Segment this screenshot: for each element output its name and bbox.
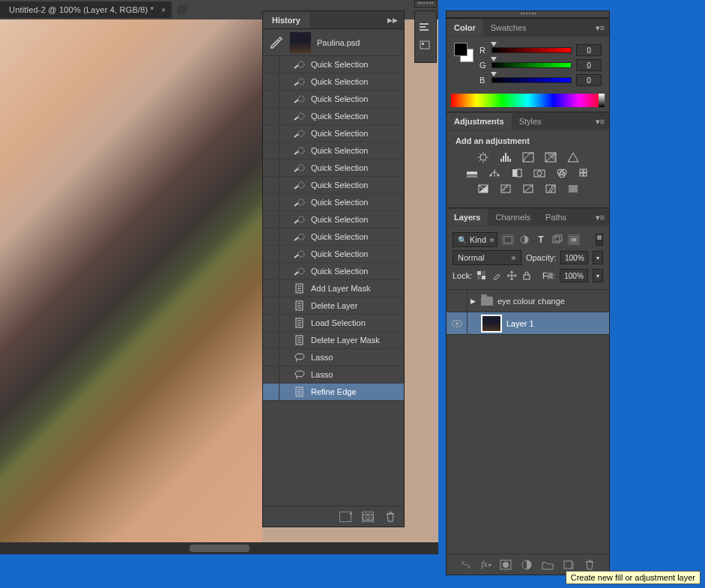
new-doc-from-state-icon[interactable]: + (339, 512, 351, 522)
filter-toggle-switch[interactable] (596, 234, 603, 246)
history-checkbox[interactable] (263, 228, 279, 245)
channels-tab[interactable]: Channels (488, 209, 537, 225)
scrollbar-thumb[interactable] (190, 545, 249, 552)
history-item[interactable]: Quick Selection (263, 160, 404, 177)
photo-filter-icon[interactable] (533, 167, 546, 179)
trash-icon[interactable] (584, 560, 596, 570)
history-checkbox[interactable] (263, 73, 279, 90)
history-item[interactable]: Quick Selection (263, 125, 404, 142)
history-checkbox[interactable] (263, 56, 279, 73)
color-value-input[interactable]: 0 (576, 59, 602, 71)
history-checkbox[interactable] (263, 177, 279, 193)
color-balance-icon[interactable] (488, 167, 501, 179)
history-checkbox[interactable] (263, 280, 279, 297)
color-value-input[interactable]: 0 (576, 74, 602, 86)
history-checkbox[interactable] (263, 246, 279, 262)
adjustments-tab[interactable]: Adjustments (447, 113, 512, 130)
add-mask-icon[interactable] (500, 560, 512, 570)
blend-mode-dropdown[interactable]: Normal≑ (453, 250, 521, 265)
history-checkbox[interactable] (263, 125, 279, 142)
styles-tab[interactable]: Styles (512, 113, 549, 130)
lock-position-icon[interactable] (506, 270, 517, 281)
history-checkbox[interactable] (263, 349, 279, 366)
history-item[interactable]: Load Selection (263, 315, 404, 332)
link-layers-icon[interactable] (460, 560, 472, 570)
expand-arrow-icon[interactable]: ▶ (468, 297, 476, 305)
history-item[interactable]: Quick Selection (263, 228, 404, 246)
filter-pixel-icon[interactable] (502, 234, 514, 245)
history-checkbox[interactable] (263, 384, 279, 400)
history-checkbox[interactable] (263, 297, 279, 314)
snapshot-icon[interactable] (362, 512, 374, 522)
history-item[interactable]: Quick Selection (263, 91, 404, 108)
history-checkbox[interactable] (263, 366, 279, 383)
history-checkbox[interactable] (263, 160, 279, 176)
layer-group-row[interactable]: ▶eye colour change (447, 290, 609, 312)
selective-color-icon[interactable] (566, 183, 580, 195)
horizontal-scrollbar[interactable] (0, 542, 438, 554)
tab-expand-icon[interactable] (178, 5, 187, 14)
history-item[interactable]: Quick Selection (263, 194, 404, 211)
paragraph-styles-icon[interactable] (419, 22, 432, 34)
trash-icon[interactable] (384, 512, 396, 522)
paths-tab[interactable]: Paths (538, 209, 574, 225)
filter-adjustment-icon[interactable] (518, 234, 530, 245)
fg-bg-swatch[interactable] (454, 43, 473, 62)
color-slider[interactable] (491, 77, 572, 83)
history-tab[interactable]: History (263, 12, 309, 28)
history-item[interactable]: Lasso (263, 366, 404, 384)
visibility-toggle[interactable] (447, 312, 468, 334)
document-tab[interactable]: Untitled-2 @ 100% (Layer 4, RGB/8) * × (0, 1, 172, 18)
history-item[interactable]: Quick Selection (263, 108, 404, 125)
filter-smart-icon[interactable] (568, 234, 580, 245)
history-checkbox[interactable] (263, 211, 279, 228)
history-checkbox[interactable] (263, 108, 279, 124)
foreground-color-swatch[interactable] (454, 43, 468, 56)
history-item[interactable]: Quick Selection (263, 211, 404, 228)
swatches-tab[interactable]: Swatches (483, 19, 534, 36)
history-checkbox[interactable] (263, 315, 279, 331)
history-checkbox[interactable] (263, 263, 279, 279)
new-group-icon[interactable] (542, 560, 554, 570)
history-item[interactable]: Quick Selection (263, 177, 404, 194)
opacity-value[interactable]: 100% (560, 251, 588, 264)
history-item[interactable]: Delete Layer (263, 297, 404, 315)
history-item[interactable]: Quick Selection (263, 246, 404, 263)
history-item[interactable]: Add Layer Mask (263, 280, 404, 297)
fill-dropdown-button[interactable]: ▾ (593, 269, 603, 282)
history-item[interactable]: Lasso (263, 349, 404, 366)
panel-menu-icon[interactable]: ▾≡ (591, 117, 609, 127)
right-stack-handle[interactable] (446, 10, 610, 18)
lock-transparency-icon[interactable] (476, 270, 487, 281)
spectrum-ramp[interactable] (451, 94, 605, 107)
layer-style-icon[interactable]: fx▾ (481, 559, 491, 570)
new-layer-icon[interactable] (563, 560, 575, 570)
color-value-input[interactable]: 0 (576, 44, 602, 56)
panel-menu-icon[interactable]: ▾≡ (591, 23, 609, 33)
invert-icon[interactable] (476, 183, 490, 195)
visibility-toggle[interactable] (447, 290, 468, 312)
mini-strip-handle[interactable] (414, 0, 437, 7)
history-checkbox[interactable] (263, 194, 279, 210)
history-checkbox[interactable] (263, 91, 279, 107)
color-tab[interactable]: Color (447, 19, 483, 36)
collapse-icon[interactable]: ▶▶ (381, 16, 404, 24)
history-document-row[interactable]: Paulina.psd (263, 29, 404, 56)
levels-icon[interactable] (499, 151, 512, 163)
color-slider[interactable] (491, 47, 572, 53)
history-item[interactable]: Quick Selection (263, 263, 404, 280)
curves-icon[interactable] (521, 151, 535, 163)
filter-type-icon[interactable]: T (535, 234, 547, 245)
layers-tab[interactable]: Layers (447, 209, 488, 225)
canvas-area[interactable] (0, 19, 262, 554)
layer-thumbnail[interactable] (481, 315, 502, 333)
panel-menu-icon[interactable]: ▾≡ (591, 213, 609, 222)
channel-mixer-icon[interactable] (555, 167, 569, 179)
posterize-icon[interactable] (499, 183, 512, 195)
black-white-icon[interactable] (510, 167, 524, 179)
hue-saturation-icon[interactable] (465, 167, 479, 179)
history-item[interactable]: Delete Layer Mask (263, 332, 404, 349)
lock-all-icon[interactable] (521, 270, 532, 281)
vibrance-icon[interactable] (566, 151, 580, 163)
color-slider[interactable] (491, 62, 572, 68)
